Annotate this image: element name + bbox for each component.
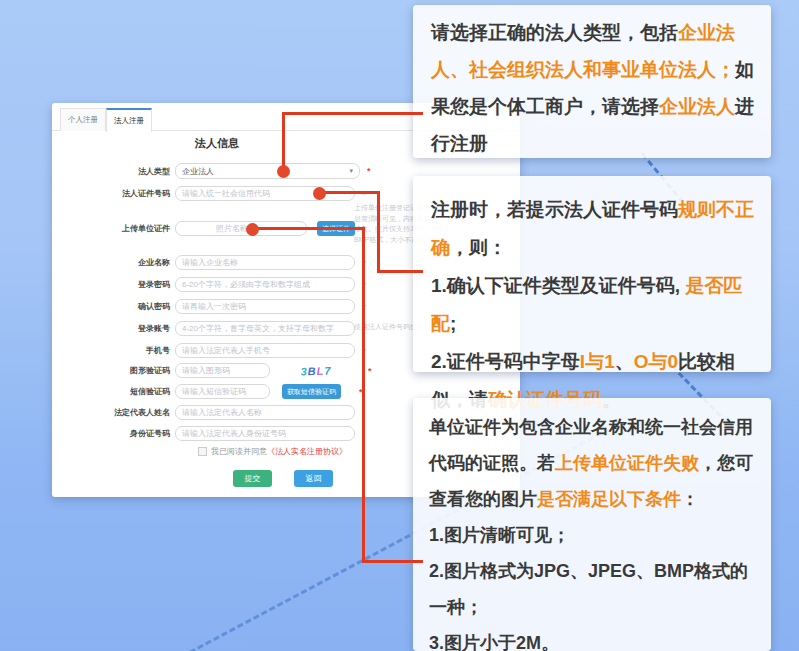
field-label: 法定代表人姓名 — [52, 407, 170, 418]
field-label: 企业名称 — [52, 257, 170, 268]
connector-dot — [246, 223, 259, 236]
agreement-link[interactable]: 《法人实名注册协议》 — [267, 446, 347, 457]
required-asterisk: * — [368, 366, 372, 376]
required-asterisk: * — [367, 166, 371, 176]
password-input[interactable] — [175, 277, 355, 292]
connector-line — [362, 227, 365, 563]
submit-button[interactable]: 提交 — [233, 470, 272, 487]
callout-cert-number: 注册时，若提示法人证件号码规则不正确，则： 1.确认下证件类型及证件号码, 是否… — [413, 176, 771, 372]
captcha-input[interactable] — [175, 363, 270, 378]
captcha-image[interactable]: 3BL7 — [290, 364, 342, 378]
mobile-input[interactable] — [175, 343, 355, 358]
field-label: 登录账号 — [52, 323, 170, 334]
sms-code-input[interactable] — [175, 384, 270, 399]
field-label: 登录密码 — [52, 279, 170, 290]
field-label: 身份证号码 — [52, 428, 170, 439]
connector-line — [377, 191, 380, 273]
form-title: 法人信息 — [52, 136, 382, 151]
agreement-label: 我已阅读并同意 — [211, 446, 267, 457]
field-label: 上传单位证件 — [52, 223, 170, 234]
tab-legal-register[interactable]: 法人注册 — [106, 108, 152, 132]
connector-line — [377, 270, 423, 273]
select-value: 企业法人 — [182, 166, 349, 177]
connector-dot — [277, 165, 290, 178]
confirm-password-input[interactable] — [175, 299, 355, 314]
tab-personal-register[interactable]: 个人注册 — [60, 108, 106, 131]
chevron-down-icon: ▾ — [349, 167, 353, 175]
agreement-checkbox[interactable] — [198, 447, 207, 456]
id-number-input[interactable] — [175, 426, 355, 441]
account-input[interactable] — [175, 321, 355, 336]
captcha-char: B — [307, 364, 316, 376]
connector-line — [362, 560, 423, 563]
company-name-input[interactable] — [175, 255, 355, 270]
page-background: 个人注册 法人注册 法人信息 法人类型 企业法人 ▾ * 法人证件号码 * 上传… — [0, 0, 799, 651]
field-label: 法人证件号码 — [52, 188, 170, 199]
connector-line — [252, 227, 365, 230]
field-label: 手机号 — [52, 345, 170, 356]
captcha-char: 7 — [324, 364, 332, 376]
connector-dot — [313, 187, 326, 200]
field-label: 法人类型 — [52, 166, 170, 177]
back-button[interactable]: 返回 — [294, 470, 333, 487]
connector-line — [282, 113, 285, 171]
field-label: 确认密码 — [52, 301, 170, 312]
connector-line — [282, 112, 423, 115]
field-label: 短信验证码 — [52, 386, 170, 397]
callout-legal-type: 请选择正确的法人类型，包括企业法人、社会组织法人和事业单位法人；如果您是个体工商… — [413, 5, 771, 158]
get-sms-code-button[interactable]: 获取短信验证码 — [282, 384, 341, 399]
callout-upload-cert: 单位证件为包含企业名称和统一社会信用代码的证照。若上传单位证件失败，您可查看您的… — [413, 398, 771, 651]
field-label: 图形验证码 — [52, 365, 170, 376]
connector-line — [320, 191, 380, 194]
representative-name-input[interactable] — [175, 405, 355, 420]
legal-type-select[interactable]: 企业法人 ▾ — [175, 163, 360, 179]
